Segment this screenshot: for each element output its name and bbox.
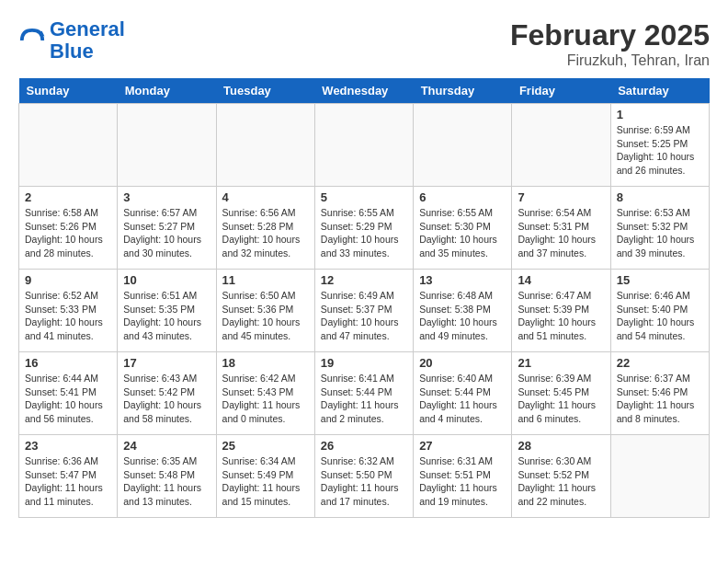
calendar-table: SundayMondayTuesdayWednesdayThursdayFrid… bbox=[18, 78, 710, 518]
calendar-cell: 8Sunrise: 6:53 AM Sunset: 5:32 PM Daylig… bbox=[610, 187, 709, 270]
day-info: Sunrise: 6:49 AM Sunset: 5:37 PM Dayligh… bbox=[321, 289, 407, 343]
calendar-cell: 14Sunrise: 6:47 AM Sunset: 5:39 PM Dayli… bbox=[512, 270, 610, 352]
day-info: Sunrise: 6:39 AM Sunset: 5:45 PM Dayligh… bbox=[518, 372, 604, 426]
day-info: Sunrise: 6:55 AM Sunset: 5:29 PM Dayligh… bbox=[321, 206, 407, 260]
weekday-header: Saturday bbox=[610, 78, 709, 104]
calendar-cell: 10Sunrise: 6:51 AM Sunset: 5:35 PM Dayli… bbox=[118, 270, 216, 352]
day-info: Sunrise: 6:43 AM Sunset: 5:42 PM Dayligh… bbox=[123, 372, 210, 426]
day-info: Sunrise: 6:31 AM Sunset: 5:51 PM Dayligh… bbox=[419, 454, 506, 509]
day-info: Sunrise: 6:44 AM Sunset: 5:41 PM Dayligh… bbox=[25, 372, 111, 426]
calendar-cell: 4Sunrise: 6:56 AM Sunset: 5:28 PM Daylig… bbox=[216, 187, 314, 270]
day-info: Sunrise: 6:52 AM Sunset: 5:33 PM Dayligh… bbox=[25, 289, 111, 343]
logo-blue: Blue bbox=[50, 40, 94, 63]
month-title: February 2025 bbox=[510, 18, 710, 52]
weekday-header: Sunday bbox=[19, 78, 118, 104]
calendar-cell: 23Sunrise: 6:36 AM Sunset: 5:47 PM Dayli… bbox=[19, 435, 118, 518]
day-info: Sunrise: 6:53 AM Sunset: 5:32 PM Dayligh… bbox=[617, 206, 703, 260]
calendar-cell bbox=[19, 104, 118, 187]
calendar-cell bbox=[314, 104, 413, 187]
day-number: 18 bbox=[222, 356, 309, 370]
page-header: General Blue February 2025 Firuzkuh, Teh… bbox=[18, 18, 710, 69]
day-info: Sunrise: 6:58 AM Sunset: 5:26 PM Dayligh… bbox=[25, 206, 111, 260]
day-number: 28 bbox=[518, 439, 604, 453]
day-number: 19 bbox=[321, 356, 407, 370]
day-number: 27 bbox=[419, 439, 506, 453]
day-number: 20 bbox=[419, 356, 506, 370]
calendar-cell: 13Sunrise: 6:48 AM Sunset: 5:38 PM Dayli… bbox=[414, 270, 512, 352]
day-number: 4 bbox=[222, 190, 309, 204]
day-info: Sunrise: 6:50 AM Sunset: 5:36 PM Dayligh… bbox=[222, 289, 309, 343]
day-info: Sunrise: 6:46 AM Sunset: 5:40 PM Dayligh… bbox=[617, 289, 703, 343]
calendar-cell: 12Sunrise: 6:49 AM Sunset: 5:37 PM Dayli… bbox=[314, 270, 413, 352]
day-number: 17 bbox=[123, 356, 210, 370]
day-number: 7 bbox=[518, 190, 604, 204]
day-number: 15 bbox=[617, 273, 703, 287]
day-number: 5 bbox=[321, 190, 407, 204]
calendar-cell: 16Sunrise: 6:44 AM Sunset: 5:41 PM Dayli… bbox=[19, 352, 118, 435]
day-info: Sunrise: 6:42 AM Sunset: 5:43 PM Dayligh… bbox=[222, 372, 309, 426]
day-info: Sunrise: 6:34 AM Sunset: 5:49 PM Dayligh… bbox=[222, 454, 309, 509]
day-number: 26 bbox=[321, 439, 407, 453]
day-number: 12 bbox=[321, 273, 407, 287]
day-number: 25 bbox=[222, 439, 309, 453]
logo-icon bbox=[18, 27, 46, 54]
day-info: Sunrise: 6:57 AM Sunset: 5:27 PM Dayligh… bbox=[123, 206, 210, 260]
calendar-cell: 7Sunrise: 6:54 AM Sunset: 5:31 PM Daylig… bbox=[512, 187, 610, 270]
day-number: 16 bbox=[25, 356, 111, 370]
day-number: 21 bbox=[518, 356, 604, 370]
calendar-cell bbox=[216, 104, 314, 187]
calendar-week-row: 16Sunrise: 6:44 AM Sunset: 5:41 PM Dayli… bbox=[19, 352, 710, 435]
calendar-cell: 3Sunrise: 6:57 AM Sunset: 5:27 PM Daylig… bbox=[118, 187, 216, 270]
day-number: 8 bbox=[617, 190, 703, 204]
day-number: 22 bbox=[617, 356, 703, 370]
calendar-cell: 5Sunrise: 6:55 AM Sunset: 5:29 PM Daylig… bbox=[314, 187, 413, 270]
weekday-header: Thursday bbox=[414, 78, 512, 104]
calendar-cell bbox=[512, 104, 610, 187]
day-number: 23 bbox=[25, 439, 111, 453]
day-number: 24 bbox=[123, 439, 210, 453]
calendar-cell: 18Sunrise: 6:42 AM Sunset: 5:43 PM Dayli… bbox=[216, 352, 314, 435]
calendar-cell: 19Sunrise: 6:41 AM Sunset: 5:44 PM Dayli… bbox=[314, 352, 413, 435]
calendar-cell: 11Sunrise: 6:50 AM Sunset: 5:36 PM Dayli… bbox=[216, 270, 314, 352]
calendar-cell: 6Sunrise: 6:55 AM Sunset: 5:30 PM Daylig… bbox=[414, 187, 512, 270]
day-info: Sunrise: 6:41 AM Sunset: 5:44 PM Dayligh… bbox=[321, 372, 407, 426]
day-number: 3 bbox=[123, 190, 210, 204]
calendar-cell: 20Sunrise: 6:40 AM Sunset: 5:44 PM Dayli… bbox=[414, 352, 512, 435]
day-info: Sunrise: 6:37 AM Sunset: 5:46 PM Dayligh… bbox=[617, 372, 703, 426]
logo: General Blue bbox=[18, 18, 125, 63]
calendar-cell: 26Sunrise: 6:32 AM Sunset: 5:50 PM Dayli… bbox=[314, 435, 413, 518]
logo-general: General bbox=[50, 17, 125, 40]
weekday-header: Wednesday bbox=[314, 78, 413, 104]
day-info: Sunrise: 6:56 AM Sunset: 5:28 PM Dayligh… bbox=[222, 206, 309, 260]
calendar-cell: 21Sunrise: 6:39 AM Sunset: 5:45 PM Dayli… bbox=[512, 352, 610, 435]
calendar-cell: 17Sunrise: 6:43 AM Sunset: 5:42 PM Dayli… bbox=[118, 352, 216, 435]
day-info: Sunrise: 6:35 AM Sunset: 5:48 PM Dayligh… bbox=[123, 454, 210, 509]
weekday-header: Tuesday bbox=[216, 78, 314, 104]
weekday-header-row: SundayMondayTuesdayWednesdayThursdayFrid… bbox=[19, 78, 710, 104]
calendar-cell bbox=[610, 435, 709, 518]
day-number: 11 bbox=[222, 273, 309, 287]
day-info: Sunrise: 6:54 AM Sunset: 5:31 PM Dayligh… bbox=[518, 206, 604, 260]
day-info: Sunrise: 6:47 AM Sunset: 5:39 PM Dayligh… bbox=[518, 289, 604, 343]
day-number: 10 bbox=[123, 273, 210, 287]
day-info: Sunrise: 6:48 AM Sunset: 5:38 PM Dayligh… bbox=[419, 289, 506, 343]
day-number: 2 bbox=[25, 190, 111, 204]
day-number: 6 bbox=[419, 190, 506, 204]
title-section: February 2025 Firuzkuh, Tehran, Iran bbox=[510, 18, 710, 69]
day-info: Sunrise: 6:55 AM Sunset: 5:30 PM Dayligh… bbox=[419, 206, 506, 260]
calendar-week-row: 9Sunrise: 6:52 AM Sunset: 5:33 PM Daylig… bbox=[19, 270, 710, 352]
day-info: Sunrise: 6:30 AM Sunset: 5:52 PM Dayligh… bbox=[518, 454, 604, 509]
day-info: Sunrise: 6:32 AM Sunset: 5:50 PM Dayligh… bbox=[321, 454, 407, 509]
calendar-cell: 9Sunrise: 6:52 AM Sunset: 5:33 PM Daylig… bbox=[19, 270, 118, 352]
day-info: Sunrise: 6:36 AM Sunset: 5:47 PM Dayligh… bbox=[25, 454, 111, 509]
day-number: 1 bbox=[617, 108, 703, 121]
day-number: 13 bbox=[419, 273, 506, 287]
calendar-cell: 25Sunrise: 6:34 AM Sunset: 5:49 PM Dayli… bbox=[216, 435, 314, 518]
calendar-cell bbox=[414, 104, 512, 187]
day-number: 9 bbox=[25, 273, 111, 287]
calendar-week-row: 1Sunrise: 6:59 AM Sunset: 5:25 PM Daylig… bbox=[19, 104, 710, 187]
calendar-cell: 28Sunrise: 6:30 AM Sunset: 5:52 PM Dayli… bbox=[512, 435, 610, 518]
calendar-cell: 2Sunrise: 6:58 AM Sunset: 5:26 PM Daylig… bbox=[19, 187, 118, 270]
calendar-cell: 24Sunrise: 6:35 AM Sunset: 5:48 PM Dayli… bbox=[118, 435, 216, 518]
weekday-header: Monday bbox=[118, 78, 216, 104]
